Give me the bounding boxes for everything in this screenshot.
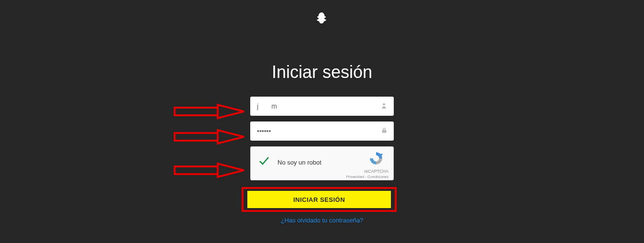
svg-rect-3 (175, 166, 218, 174)
annotation-arrow-icon (172, 161, 249, 180)
username-input[interactable] (257, 102, 381, 110)
recaptcha-box[interactable]: No soy un robot reCAPTCHA Privacidad - C… (250, 146, 394, 180)
forgot-password-link[interactable]: ¿Has olvidado tu contraseña? (281, 217, 364, 224)
password-input[interactable] (257, 127, 381, 135)
svg-rect-1 (175, 108, 218, 115)
checkmark-icon (257, 155, 271, 170)
login-button-highlight: INICIAR SESIÓN (242, 187, 397, 212)
recaptcha-logo-icon (368, 159, 384, 167)
ghost-logo-icon (316, 12, 328, 26)
page-title: Iniciar sesión (272, 62, 372, 82)
password-field[interactable] (250, 122, 394, 141)
recaptcha-label: No soy un robot (278, 159, 322, 166)
svg-rect-2 (175, 133, 218, 141)
login-form: Iniciar sesión No soy un robot (250, 62, 394, 224)
annotation-arrow-icon (172, 127, 249, 146)
recaptcha-terms: Privacidad - Condiciones (257, 175, 389, 179)
annotation-arrow-icon (172, 102, 249, 121)
user-icon (381, 102, 387, 110)
login-button[interactable]: INICIAR SESIÓN (247, 191, 391, 208)
recaptcha-brand: reCAPTCHA (364, 169, 389, 174)
username-field[interactable] (250, 97, 394, 116)
lock-icon (381, 127, 387, 135)
